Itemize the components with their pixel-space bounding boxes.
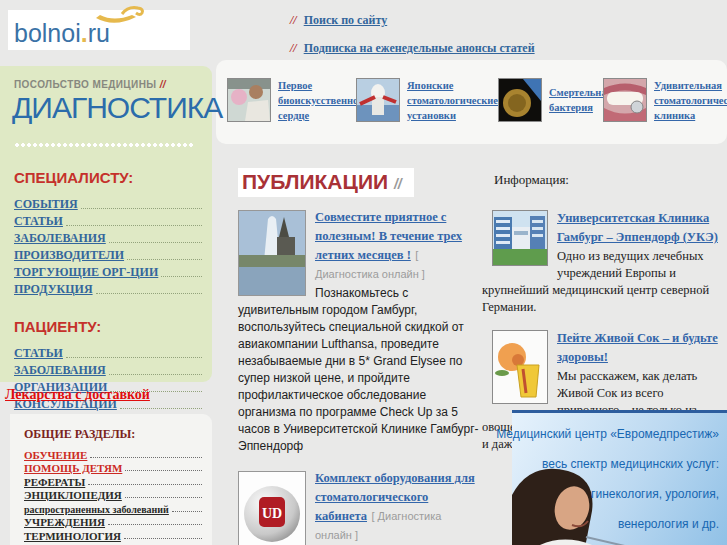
dental-unit-photo[interactable]: [356, 78, 400, 122]
menu-item: РЕФЕРАТЫ: [24, 474, 202, 488]
menu-item: ПОМОЩЬ ДЕТЯМ: [24, 461, 202, 475]
site-logo[interactable]: bolnoi.ru: [8, 10, 190, 50]
dotted-leader: [108, 524, 202, 525]
banner-text-line: венерология и др.: [618, 517, 719, 531]
dotted-divider: [14, 142, 194, 148]
sidebar-item-abstracts[interactable]: РЕФЕРАТЫ: [24, 476, 85, 488]
menu-item: СТАТЬИ: [14, 344, 202, 361]
sidebar-item-products[interactable]: ПРОДУКЦИЯ: [14, 282, 93, 297]
dotted-leader: [125, 497, 202, 498]
sidebar-item-education[interactable]: ОБУЧЕНИЕ: [24, 449, 87, 461]
dotted-leader: [109, 374, 202, 375]
slash-marker-icon: //: [290, 13, 297, 27]
menu-item: ТОРГУЮЩИЕ ОРГ-ЦИИ: [14, 263, 202, 280]
dotted-leader: [90, 457, 202, 458]
slash-marker-icon: //: [290, 41, 297, 55]
menu-item: БИЗНЕС-ПРАКТИКУМ: [24, 542, 202, 545]
dotted-leader: [109, 242, 202, 243]
dotted-leader: [96, 293, 202, 294]
site-kicker: ПОСОЛЬСТВО МЕДИЦИНЫ //: [14, 79, 212, 90]
menu-item: ОБУЧЕНИЕ: [24, 447, 202, 461]
patient-heading: ПАЦИЕНТУ:: [14, 318, 212, 335]
menu-item: СТАТЬИ: [14, 212, 202, 229]
sidebar-item-articles[interactable]: СТАТЬИ: [14, 214, 63, 229]
uke-clinic-photo[interactable]: [492, 210, 548, 266]
dotted-leader: [81, 208, 202, 209]
menu-item: ПРОИЗВОДИТЕЛИ: [14, 246, 202, 263]
info-article: Университетская Клиника Гамбург – Эппенд…: [482, 208, 727, 316]
dotted-leader: [88, 484, 202, 485]
section-title: ДИАГНОСТИКА: [12, 91, 212, 125]
general-sections-heading: ОБЩИЕ РАЗДЕЛЫ:: [24, 427, 212, 442]
publication-article: Совместите приятное с полезным! В течени…: [238, 207, 481, 455]
dotted-leader: [124, 538, 202, 539]
hamburg-fountain-photo[interactable]: [238, 210, 306, 296]
dotted-leader: [120, 408, 202, 409]
menu-item: ЗАБОЛЕВАНИЯ: [14, 229, 202, 246]
sidebar-item-child-help[interactable]: ПОМОЩЬ ДЕТЯМ: [24, 462, 122, 474]
sidebar: ПОСОЛЬСТВО МЕДИЦИНЫ // ДИАГНОСТИКА СПЕЦИ…: [0, 66, 212, 382]
menu-item: УЧРЕЖДЕНИЯ: [24, 515, 202, 529]
menu-item: ЭНЦИКЛОПЕДИЯ: [24, 488, 202, 502]
featured-strip: Первое биоискусственное сердце Японские …: [216, 60, 727, 144]
dotted-leader: [66, 357, 202, 358]
site-search-link[interactable]: Поиск по сайту: [304, 13, 388, 27]
sidebar-item-patient-diseases[interactable]: ЗАБОЛЕВАНИЯ: [14, 363, 106, 378]
menu-item: ЗАБОЛЕВАНИЯ: [14, 361, 202, 378]
featured-item-deadly-bacteria[interactable]: Смертельная бактерия: [498, 74, 619, 126]
specialist-heading: СПЕЦИАЛИСТУ:: [14, 169, 212, 186]
info-title-link[interactable]: Университетская Клиника Гамбург – Эппенд…: [557, 211, 718, 244]
info-title-link[interactable]: Пейте Живой Сок – и будьте здоровы!: [557, 331, 718, 364]
sidebar-item-common-diseases[interactable]: распространенных заболеваний: [24, 504, 169, 515]
dotted-leader: [66, 225, 202, 226]
sidebar-item-encyclopedia[interactable]: ЭНЦИКЛОПЕДИЯ: [24, 489, 122, 501]
drug-delivery-link[interactable]: Лекарства с доставкой: [5, 387, 150, 403]
fresh-juice-photo[interactable]: [492, 330, 548, 404]
featured-item-bioartificial-heart[interactable]: Первое биоискусственное сердце: [227, 74, 358, 126]
menu-item: ПРОДУКЦИЯ: [14, 280, 202, 297]
featured-item-dental-units[interactable]: Японские стоматологические установки: [356, 74, 499, 126]
banner-text-line: Медицинский центр «Евромедпрестиж»: [496, 427, 719, 441]
featured-item-dental-clinic[interactable]: Удивительная стоматологическая клиника: [603, 74, 727, 126]
unident-logo-photo[interactable]: UD: [238, 471, 306, 545]
menu-item: СОБЫТИЯ: [14, 195, 202, 212]
article-summary: Познакомьтесь с удивительным городом Гам…: [238, 285, 481, 455]
slash-marker-icon: //: [394, 176, 402, 192]
sidebar-item-patient-articles[interactable]: СТАТЬИ: [14, 346, 63, 361]
bioartificial-heart-photo[interactable]: [227, 78, 271, 122]
dotted-leader: [125, 470, 202, 471]
dotted-leader: [127, 259, 202, 260]
sidebar-item-events[interactable]: СОБЫТИЯ: [14, 197, 78, 212]
logo-dot: .: [81, 19, 88, 47]
publications-column: ПУБЛИКАЦИИ // Совместите приятное с поле…: [238, 168, 481, 545]
general-sections-box: ОБЩИЕ РАЗДЕЛЫ: ОБУЧЕНИЕ ПОМОЩЬ ДЕТЯМ РЕФ…: [10, 414, 212, 545]
sidebar-item-diseases[interactable]: ЗАБОЛЕВАНИЯ: [14, 231, 106, 246]
euromedprestige-ad-banner[interactable]: Медицинский центр «Евромедпрестиж» весь …: [512, 410, 727, 545]
featured-label: Японские стоматологические установки: [407, 78, 499, 123]
banner-text-line: гинекология, урология,: [591, 487, 719, 501]
specialist-menu: СОБЫТИЯ СТАТЬИ ЗАБОЛЕВАНИЯ ПРОИЗВОДИТЕЛИ…: [14, 195, 202, 297]
menu-item: распространенных заболеваний: [24, 501, 202, 515]
sidebar-item-terminology[interactable]: ТЕРМИНОЛОГИЯ: [24, 530, 121, 542]
svg-text:UD: UD: [262, 506, 282, 521]
publication-article: UD Комплект оборудования для стоматологи…: [238, 468, 481, 545]
featured-label: Удивительная стоматологическая клиника: [654, 78, 727, 123]
dotted-leader: [172, 511, 202, 512]
sidebar-item-institutions[interactable]: УЧРЕЖДЕНИЯ: [24, 516, 105, 528]
sidebar-item-manufacturers[interactable]: ПРОИЗВОДИТЕЛИ: [14, 248, 124, 263]
featured-label: Первое биоискусственное сердце: [278, 78, 358, 123]
logo-text: bolnoi.ru: [14, 19, 110, 48]
sidebar-item-trading-orgs[interactable]: ТОРГУЮЩИЕ ОРГ-ЦИИ: [14, 265, 158, 280]
dotted-leader: [161, 276, 202, 277]
subscribe-link[interactable]: Подписка на еженедельные анонсы статей: [304, 41, 535, 55]
banner-text-line: весь спектр медицинских услуг:: [542, 457, 719, 471]
general-menu: ОБУЧЕНИЕ ПОМОЩЬ ДЕТЯМ РЕФЕРАТЫ ЭНЦИКЛОПЕ…: [24, 447, 202, 545]
info-heading: Информация:: [494, 172, 727, 188]
publications-heading: ПУБЛИКАЦИИ //: [238, 168, 414, 197]
article-title-link[interactable]: Совместите приятное с полезным! В течени…: [315, 210, 462, 262]
menu-item: ТЕРМИНОЛОГИЯ: [24, 528, 202, 542]
slash-marker-icon: //: [160, 79, 166, 90]
smile-teeth-photo[interactable]: [603, 78, 647, 122]
bacteria-dish-photo[interactable]: [498, 78, 542, 122]
